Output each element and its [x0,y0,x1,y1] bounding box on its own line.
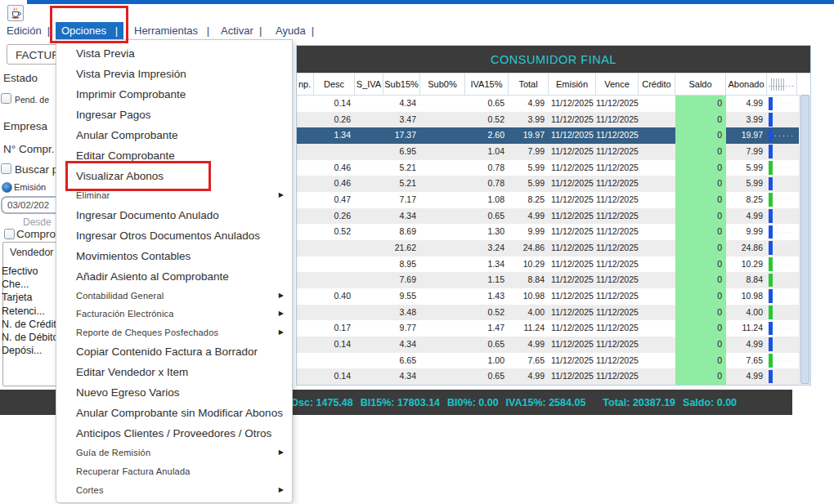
menubar-item-herramientas[interactable]: Herramientas | [134,25,209,37]
menu-item-label: Anticipos Clientes / Proveedores / Otros [76,427,271,439]
invoice-row[interactable]: 0.264.340.654.9911/12/202511/12/202504.9… [297,208,810,225]
invoice-row[interactable]: 0.477.171.088.2511/12/202511/12/202508.2… [297,192,810,208]
invoice-row[interactable]: 0.528.691.309.9911/12/202511/12/202509.9… [297,224,810,240]
buscar-checkbox[interactable] [1,163,11,174]
column-header-vence[interactable]: Vence [596,74,639,95]
cell-vence: 11/12/2025 [596,256,639,273]
invoice-row[interactable]: 0.409.551.4310.9811/12/202511/12/2025010… [297,288,810,305]
column-header-sub0[interactable]: Sub0% [420,74,465,95]
payment-method-efectivo[interactable]: Efectivo [2,265,58,278]
menu-item-copiar-contenido-factura-a-borrador[interactable]: Copiar Contenido Factura a Borrador [56,341,292,362]
invoice-row[interactable]: 6.951.047.9911/12/202511/12/202507.99 [297,144,810,160]
submenu-arrow-icon: ▶ [279,481,284,500]
menu-item-anular-comprobante-sin-modificar-abonos[interactable]: Anular Comprobante sin Modificar Abonos [56,403,292,423]
menu-item-label: Editar Comprobante [76,149,175,162]
payment-method-deposi[interactable]: Depósi... [2,344,58,357]
invoice-row[interactable]: 0.144.340.654.9911/12/202511/12/202504.9… [297,337,810,353]
cell-status-bar [767,176,797,192]
cell-sub0 [420,353,465,369]
menu-item-anticipos-clientes-proveedores-otros[interactable]: Anticipos Clientes / Proveedores / Otros [56,423,292,444]
invoice-row[interactable]: 0.465.210.785.9911/12/202511/12/202505.9… [297,176,810,192]
menubar-item-edicion[interactable]: Edición | [7,25,50,37]
menu-item-visualizar-abonos[interactable]: Visualizar Abonos [56,166,292,186]
payment-method-n-de-debito[interactable]: N. de Débito [2,331,58,344]
menu-item-anular-comprobante[interactable]: Anular Comprobante [56,125,292,145]
menubar-item-activar[interactable]: Activar | [221,25,262,37]
menu-item-facturacion-electronica[interactable]: Facturación Electrónica▶ [56,305,292,323]
menubar-item-opciones[interactable]: Opciones | [56,22,123,39]
cell-vence: 11/12/2025 [596,192,639,208]
menu-item-anadir-asiento-al-comprobante[interactable]: Añadir Asiento al Comprobante [56,266,292,287]
cell-vence: 11/12/2025 [596,240,639,256]
menubar-item-ayuda[interactable]: Ayuda | [276,25,314,37]
menu-item-reporte-de-cheques-posfechados[interactable]: Reporte de Cheques Posfechados▶ [56,323,292,342]
column-header-emision[interactable]: Emisión [549,74,596,95]
menu-item-label: Ingresar Pagos [76,109,151,121]
cell-vence: 11/12/2025 [596,305,639,321]
menu-item-ingresar-pagos[interactable]: Ingresar Pagos [56,105,292,125]
menu-item-guia-de-remision[interactable]: Guía de Remisión▶ [56,444,292,462]
menu-item-editar-comprobante[interactable]: Editar Comprobante [56,145,292,166]
scrollbar-thumb[interactable] [800,95,809,384]
cell-sub15: 6.65 [383,353,420,369]
cell-sub15: 8.95 [383,256,420,273]
cell-total: 3.99 [509,112,549,128]
compro-checkbox[interactable] [4,229,15,239]
menu-item-movimientos-contables[interactable]: Movimientos Contables [56,246,292,266]
invoice-row[interactable]: 0.179.771.4711.2411/12/202511/12/2025011… [297,320,810,337]
java-app-icon[interactable] [7,5,24,21]
cell-s-iva [355,337,383,353]
cell-sub15: 21.62 [383,240,420,256]
invoice-row[interactable]: 3.480.524.0011/12/202511/12/202504.00 [297,305,810,321]
menu-item-vista-previa-impresion[interactable]: Vista Previa Impresión [56,64,292,84]
column-header-saldo[interactable]: Saldo [675,74,726,95]
column-header-dots[interactable]: ........ [767,74,797,95]
menu-item-imprimir-comprobante[interactable]: Imprimir Comprobante [56,84,292,105]
vertical-scrollbar[interactable] [799,95,810,384]
invoice-row[interactable]: 0.144.340.654.9911/12/202511/12/202504.9… [297,368,810,385]
menu-item-label: Eliminar [76,190,110,200]
invoice-row[interactable]: 0.263.470.523.9911/12/202511/12/202503.9… [297,112,810,128]
column-header-s-iva[interactable]: S_IVA [355,74,383,95]
cell-abonado: 8.25 [726,192,767,208]
invoice-row[interactable]: 0.144.340.654.9911/12/202511/12/202504.9… [297,96,810,112]
invoice-row[interactable]: 0.465.210.785.9911/12/202511/12/202505.9… [297,160,810,176]
column-header-comp[interactable]: np. [297,74,314,95]
menu-item-contabilidad-general[interactable]: Contabilidad General▶ [56,287,292,306]
payment-method-tarjeta[interactable]: Tarjeta [2,291,58,304]
cell-total: 10.29 [509,256,549,273]
menu-item-eliminar[interactable]: Eliminar▶ [56,186,292,205]
menu-item-label: Recuperar Factura Anulada [76,466,191,476]
column-header-total[interactable]: Total [509,74,549,95]
emision-radio[interactable] [2,182,12,193]
cell-s-iva [355,96,383,112]
cell-desc [314,353,355,369]
column-header-credito[interactable]: Crédito [639,74,675,95]
cell-desc [314,144,355,160]
menu-item-recuperar-factura-anulada[interactable]: Recuperar Factura Anulada [56,462,292,481]
column-header-desc[interactable]: Desc [314,74,355,95]
cell-desc: 0.47 [314,192,355,208]
menu-item-vista-previa[interactable]: Vista Previa [56,43,292,64]
menu-item-nuevo-egreso-varios[interactable]: Nuevo Egreso Varios [56,382,292,403]
column-header-sub15[interactable]: Sub15% [383,74,420,95]
payment-method-che[interactable]: Che... [2,278,58,291]
column-header-abonado[interactable]: Abonado [726,74,767,95]
payment-method-n-de-credit[interactable]: N. de Crédit [2,318,58,331]
cell-desc: 0.46 [314,160,355,176]
ncompr-label: N° Compr. [3,143,54,155]
cell-sub15: 7.69 [383,272,420,288]
menu-item-cortes[interactable]: Cortes▶ [56,481,292,500]
invoice-row[interactable]: 8.951.3410.2911/12/202511/12/2025010.29 [297,256,810,273]
menu-item-editar-vendedor-x-item[interactable]: Editar Vendedor x Item [56,362,292,382]
menu-item-ingresar-otros-documentos-anulados[interactable]: Ingresar Otros Documentos Anulados [56,225,292,246]
invoice-row[interactable]: 21.623.2424.8611/12/202511/12/2025024.86 [297,240,810,256]
menu-item-ingresar-documento-anulado[interactable]: Ingresar Documento Anulado [56,205,292,225]
invoice-row[interactable]: 1.3417.372.6019.9711/12/202511/12/202501… [297,127,810,144]
pend-checkbox[interactable] [1,93,11,104]
column-header-iva15[interactable]: IVA15% [465,74,509,95]
cell-credito [639,144,675,160]
payment-method-retenci[interactable]: Retenci... [2,305,58,318]
invoice-row[interactable]: 7.691.158.8411/12/202511/12/202508.84 [297,272,810,288]
invoice-row[interactable]: 6.651.007.6511/12/202511/12/202507.65 [297,353,810,369]
